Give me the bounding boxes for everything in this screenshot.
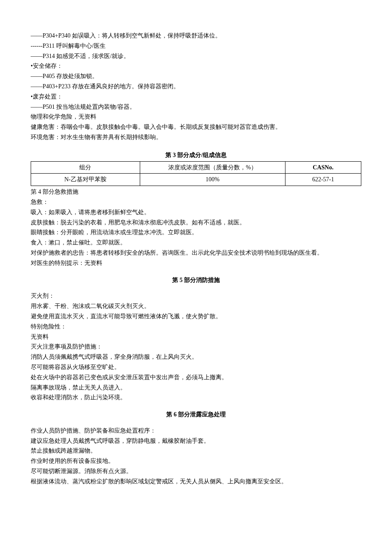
firefighting-note-2: 尽可能将容器从火场移至空旷处。 [31, 362, 361, 372]
firefighting-note-3: 处在火场中的容器若已变色或从安全泄压装置中发出声音，必须马上撤离。 [31, 372, 361, 383]
cell-casno: 622-57-1 [285, 174, 361, 186]
special-hazard-text: 无资料 [31, 332, 361, 342]
precaution-p501: ——P501 按当地法规处置内装物/容器。 [31, 102, 361, 112]
precaution-p314: ——P314 如感觉不适，须求医/就诊。 [31, 51, 361, 61]
health-hazard: 健康危害：吞咽会中毒。皮肤接触会中毒。吸入会中毒。长期或反复接触可能对器官造成伤… [31, 122, 361, 132]
section-5-title: 第 5 部分消防措施 [31, 275, 361, 285]
first-aid-eye: 眼睛接触：分开眼睑，用流动清水或生理盐水冲洗。立即就医。 [31, 227, 361, 238]
special-hazard-label: 特别危险性： [31, 322, 361, 332]
storage-heading: •安全储存： [31, 61, 361, 71]
extinguishing-agent-label: 灭火剂： [31, 291, 361, 301]
col-concentration: 浓度或浓度范围（质量分数，%） [140, 161, 285, 174]
first-aid-ingestion: 食入：漱口，禁止催吐。立即就医。 [31, 238, 361, 248]
precaution-p304-p340: ——P304+P340 如误吸入：将人转移到空气新鲜处，保持呼吸舒适体位。 [31, 31, 361, 41]
environmental-hazard: 环境危害：对水生生物有害并具有长期持续影响。 [31, 132, 361, 142]
firefighting-note-5: 收容和处理消防水，防止污染环境。 [31, 392, 361, 403]
spill-note-3: 作业时使用的所有设备应接地。 [31, 456, 361, 466]
table-row: N-乙基对甲苯胺 100% 622-57-1 [31, 174, 361, 186]
first-aid-inhalation: 吸入：如果吸入，请将患者移到新鲜空气处。 [31, 207, 361, 218]
spill-note-1: 建议应急处理人员戴携气式呼吸器，穿防静电服，戴橡胶耐油手套。 [31, 436, 361, 446]
precaution-p405: ——P405 存放处须加锁。 [31, 71, 361, 81]
col-casno: CASNo. [285, 161, 361, 174]
extinguishing-avoid: 避免使用直流水灭火，直流水可能导致可燃性液体的飞溅，使火势扩散。 [31, 311, 361, 322]
section-4-head: 第 4 部分急救措施 [31, 187, 361, 197]
first-aid-skin: 皮肤接触：脱去污染的衣着，用肥皂水和清水彻底冲洗皮肤。如有不适感，就医。 [31, 218, 361, 228]
cell-component: N-乙基对甲苯胺 [31, 174, 140, 186]
precaution-p403-p233: ——P403+P233 存放在通风良好的地方。保持容器密闭。 [31, 81, 361, 92]
first-aid-label: 急救： [31, 197, 361, 207]
composition-table: 组分 浓度或浓度范围（质量分数，%） CASNo. N-乙基对甲苯胺 100% … [31, 161, 361, 186]
first-aid-physician-note: 对医生的特别提示：无资料 [31, 258, 361, 268]
section-6-title: 第 6 部分泄露应急处理 [31, 410, 361, 420]
spill-note-2: 禁止接触或跨越泄漏物。 [31, 446, 361, 456]
col-casno-label: CASNo. [313, 164, 334, 171]
col-component: 组分 [31, 161, 140, 174]
spill-note-4: 尽可能切断泄漏源。消除所有点火源。 [31, 466, 361, 477]
firefighting-note-4: 隔离事故现场，禁止无关人员进入。 [31, 383, 361, 393]
firefighting-notes-label: 灭火注意事项及防护措施： [31, 342, 361, 352]
spill-note-5: 根据液体流动、蒸汽或粉尘扩散的影响区域划定警戒区，无关人员从侧风、上风向撤离至安… [31, 477, 361, 487]
firefighting-note-1: 消防人员须佩戴携气式呼吸器，穿全身消防服，在上风向灭火。 [31, 352, 361, 362]
cell-concentration: 100% [140, 174, 285, 186]
precaution-p311: ------P311 呼叫解毒中心/医生 [31, 41, 361, 51]
section-3-title: 第 3 部分成分/组成信息 [31, 150, 361, 160]
extinguishing-agent-text: 用水雾、干粉、泡沫或二氧化碳灭火剂灭火。 [31, 301, 361, 311]
table-header-row: 组分 浓度或浓度范围（质量分数，%） CASNo. [31, 161, 361, 174]
physical-chemical-hazard: 物理和化学危险，无资料 [31, 112, 361, 122]
spill-personnel-label: 作业人员防护措施、防护装备和应急处置程序： [31, 426, 361, 436]
first-aid-rescuer-note: 对保护施救者的忠告：将患者转移到安全的场所。咨询医生。出示此化学品安全技术说明书… [31, 248, 361, 258]
disposal-heading: •废弃处置： [31, 92, 361, 102]
